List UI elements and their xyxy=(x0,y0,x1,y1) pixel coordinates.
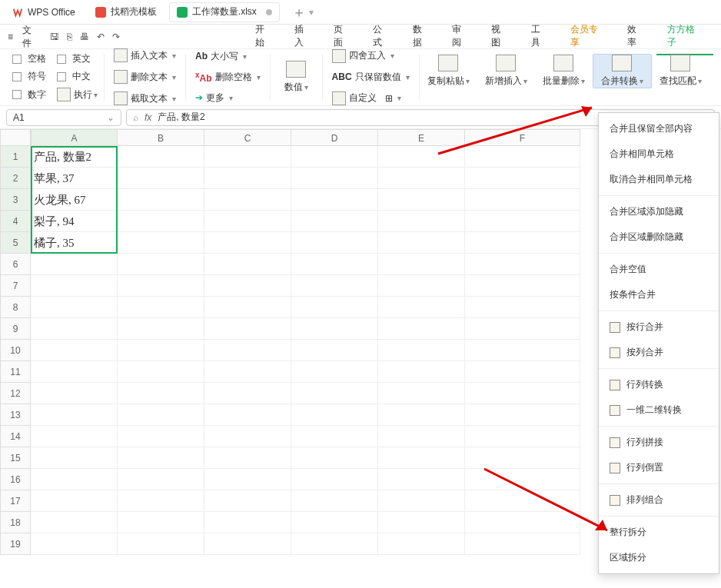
menu-concat[interactable]: 行列拼接 xyxy=(599,430,719,455)
col-header-A[interactable]: A xyxy=(31,129,118,146)
add-icon[interactable]: ⊞ xyxy=(385,93,393,104)
row-header[interactable]: 7 xyxy=(0,275,31,297)
cell[interactable] xyxy=(118,447,204,469)
row-header[interactable]: 10 xyxy=(0,340,31,361)
cell[interactable] xyxy=(465,254,580,275)
cell[interactable] xyxy=(378,275,465,297)
cell[interactable] xyxy=(465,146,580,168)
cell[interactable] xyxy=(465,168,580,189)
file-menu[interactable]: 文件 xyxy=(16,21,47,53)
cell[interactable] xyxy=(378,318,465,340)
cell[interactable] xyxy=(378,297,465,318)
cell[interactable] xyxy=(204,254,291,275)
cell[interactable] xyxy=(291,189,378,211)
cell[interactable] xyxy=(204,275,291,297)
cell[interactable] xyxy=(291,447,378,469)
cell[interactable] xyxy=(204,340,291,361)
cell[interactable] xyxy=(118,490,204,512)
tab-review[interactable]: 审阅 xyxy=(441,18,480,55)
cell[interactable] xyxy=(291,318,378,340)
checkbox-english[interactable] xyxy=(57,55,66,64)
cell[interactable] xyxy=(291,426,378,447)
row-header[interactable]: 12 xyxy=(0,383,31,404)
cell[interactable] xyxy=(291,490,378,512)
name-box[interactable]: A1 ⌄ xyxy=(6,109,121,126)
menu-split-area[interactable]: 区域拆分 xyxy=(599,545,719,570)
cell[interactable] xyxy=(31,447,118,469)
cell[interactable] xyxy=(31,318,118,340)
cell[interactable] xyxy=(291,404,378,426)
cell[interactable] xyxy=(204,211,291,232)
cell[interactable] xyxy=(378,168,465,189)
row-header[interactable]: 13 xyxy=(0,404,31,426)
menu-merge-cols[interactable]: 按列合并 xyxy=(599,340,719,365)
cell[interactable] xyxy=(465,297,580,318)
cell[interactable] xyxy=(118,211,204,232)
tab-member[interactable]: 会员专享 xyxy=(560,18,617,55)
merge-convert-button[interactable]: 合并转换 xyxy=(593,54,652,88)
cell[interactable] xyxy=(291,297,378,318)
cell[interactable] xyxy=(31,297,118,318)
cell[interactable] xyxy=(378,533,465,555)
cell[interactable] xyxy=(291,254,378,275)
menu-1d2d[interactable]: 一维二维转换 xyxy=(599,397,719,423)
col-header-D[interactable]: D xyxy=(291,129,378,146)
round-button[interactable]: 四舍五入 xyxy=(329,48,413,65)
cell[interactable] xyxy=(31,404,118,426)
cell[interactable] xyxy=(465,426,580,447)
cell[interactable] xyxy=(204,361,291,383)
cell[interactable]: 苹果, 37 xyxy=(31,168,118,189)
menu-merge-keep-all[interactable]: 合并且保留全部内容 xyxy=(599,116,719,141)
cell[interactable]: 火龙果, 67 xyxy=(31,189,118,211)
cell[interactable] xyxy=(204,297,291,318)
cell[interactable] xyxy=(291,168,378,189)
row-header[interactable]: 6 xyxy=(0,254,31,275)
cell[interactable] xyxy=(465,361,580,383)
cell[interactable] xyxy=(378,211,465,232)
search-icon[interactable]: ⌕ xyxy=(133,112,138,123)
menu-merge-same[interactable]: 合并相同单元格 xyxy=(599,141,719,167)
cell[interactable] xyxy=(465,340,580,361)
cell[interactable] xyxy=(118,512,204,533)
new-insert-button[interactable]: 新增插入 xyxy=(477,55,535,88)
cell[interactable] xyxy=(465,469,580,490)
cell[interactable] xyxy=(291,383,378,404)
cell[interactable] xyxy=(31,533,118,555)
more-button[interactable]: ➔更多 xyxy=(192,90,264,106)
checkbox-chinese[interactable] xyxy=(57,72,66,81)
cell[interactable] xyxy=(31,340,118,361)
cell[interactable] xyxy=(291,275,378,297)
cell[interactable] xyxy=(291,146,378,168)
cell[interactable] xyxy=(465,275,580,297)
col-header-C[interactable]: C xyxy=(204,129,291,146)
cell[interactable] xyxy=(291,469,378,490)
cell[interactable] xyxy=(31,512,118,533)
cell[interactable] xyxy=(204,490,291,512)
cell[interactable] xyxy=(465,232,580,254)
cell[interactable] xyxy=(378,189,465,211)
checkbox-symbol[interactable] xyxy=(12,72,22,81)
cell[interactable] xyxy=(378,426,465,447)
col-header-B[interactable]: B xyxy=(118,129,204,146)
menu-merge-empty[interactable]: 合并空值 xyxy=(599,257,719,282)
row-header[interactable]: 15 xyxy=(0,447,31,469)
row-header[interactable]: 16 xyxy=(0,469,31,490)
row-header[interactable]: 14 xyxy=(0,426,31,447)
cell[interactable] xyxy=(378,361,465,383)
cell[interactable] xyxy=(465,404,580,426)
row-header[interactable]: 3 xyxy=(0,189,31,211)
checkbox-space[interactable] xyxy=(12,55,22,64)
cell[interactable] xyxy=(378,146,465,168)
cell[interactable] xyxy=(118,340,204,361)
copy-paste-button[interactable]: 复制粘贴 xyxy=(420,55,477,88)
cell[interactable] xyxy=(378,254,465,275)
numeric-button[interactable]: 数值 xyxy=(277,61,316,94)
cell[interactable] xyxy=(118,168,204,189)
cell[interactable] xyxy=(204,232,291,254)
qat-save-icon[interactable]: 🖫 xyxy=(50,32,59,42)
app-tab-wps[interactable]: WPS Office xyxy=(5,2,83,22)
app-tab-templates[interactable]: 找稻壳模板 xyxy=(88,2,164,22)
cell[interactable] xyxy=(378,340,465,361)
keep-number-button[interactable]: ABC只保留数值 xyxy=(329,69,413,85)
qat-redo-icon[interactable]: ↷ xyxy=(112,32,120,42)
